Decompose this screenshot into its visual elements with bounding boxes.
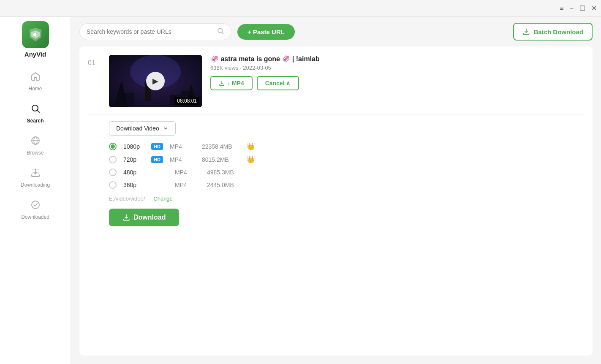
video-info: 🦑 astra meta is gone 🦑 | !aimlab 638K vi… (210, 55, 584, 90)
video-date: 2022-03-05 (243, 65, 271, 71)
premium-icon-1080p: 👑 (247, 142, 255, 150)
sidebar: AnyVid Home Search (0, 17, 71, 364)
hd-badge-720p: HD (151, 156, 163, 163)
home-icon (30, 71, 41, 84)
main-content: + Paste URL Batch Download 01 (71, 17, 601, 364)
download-btn-label: Download (133, 214, 166, 221)
format-1080p: MP4 (170, 143, 195, 150)
radio-480p[interactable] (109, 168, 117, 176)
search-box-icon (217, 27, 224, 36)
close-icon[interactable]: ✕ (591, 4, 597, 12)
radio-1080p[interactable] (109, 143, 117, 150)
duration-badge: 08:08:01 (174, 97, 199, 105)
download-type-label: Download Video (116, 125, 159, 132)
downloading-icon (30, 168, 41, 180)
format-360p: MP4 (175, 182, 200, 188)
minimize-icon[interactable]: − (570, 5, 574, 12)
quality-label-720p: 720p (123, 156, 144, 163)
batch-download-label: Batch Download (533, 28, 583, 35)
mp4-label: ↓ MP4 (227, 80, 244, 87)
quality-row-480p[interactable]: 480p MP4 4985.3MB (109, 168, 584, 176)
quality-row-1080p[interactable]: 1080p HD MP4 22358.4MB 👑 (109, 142, 584, 150)
sidebar-item-browse[interactable]: Browse (0, 130, 71, 161)
size-480p: 4985.3MB (207, 169, 245, 176)
sidebar-item-downloaded[interactable]: Downloaded (0, 195, 71, 225)
browse-icon (30, 136, 41, 148)
quality-row-720p[interactable]: 720p HD MP4 8015.2MB 👑 (109, 155, 584, 163)
app-layout: AnyVid Home Search (0, 17, 601, 364)
search-input[interactable] (87, 28, 213, 35)
header-right: Batch Download (513, 23, 593, 41)
quality-label-480p: 480p (123, 169, 144, 176)
titlebar: ≡ − ☐ ✕ (0, 0, 601, 17)
downloading-label: Downloading (21, 182, 50, 188)
content-area: 01 (79, 46, 593, 356)
video-meta: 638K views · 2022-03-05 (210, 65, 584, 71)
format-720p: MP4 (170, 156, 195, 163)
cancel-label: Cancel ∧ (265, 80, 291, 87)
maximize-icon[interactable]: ☐ (579, 4, 585, 12)
video-row: 01 (88, 55, 584, 114)
downloaded-icon (30, 200, 41, 212)
download-options: Download Video 108 (88, 114, 584, 226)
header-bar: + Paste URL Batch Download (71, 17, 601, 46)
quality-row-360p[interactable]: 360p MP4 2445.0MB (109, 181, 584, 189)
sidebar-item-downloading[interactable]: Downloading (0, 163, 71, 193)
size-360p: 2445.0MB (207, 182, 245, 188)
downloaded-label: Downloaded (21, 214, 49, 220)
search-icon (30, 103, 41, 116)
search-box[interactable] (79, 23, 231, 40)
sidebar-item-search[interactable]: Search (0, 98, 71, 129)
download-button[interactable]: Download (109, 209, 179, 226)
cancel-button[interactable]: Cancel ∧ (257, 76, 299, 90)
download-type-select: Download Video (109, 121, 584, 136)
paste-url-label: + Paste URL (247, 28, 285, 35)
radio-360p[interactable] (109, 181, 117, 189)
home-label: Home (28, 86, 42, 92)
app-name: AnyVid (24, 51, 46, 58)
download-path: E:/video/video/ (109, 196, 145, 202)
video-thumbnail[interactable]: ▶ 08:08:01 (109, 55, 202, 107)
window-controls: ≡ − ☐ ✕ (560, 4, 597, 12)
quality-label-360p: 360p (123, 182, 144, 188)
download-path-row: E:/video/video/ Change (109, 196, 584, 202)
premium-icon-720p: 👑 (247, 155, 255, 163)
svg-point-4 (32, 201, 39, 209)
video-number: 01 (88, 59, 101, 67)
format-480p: MP4 (175, 169, 200, 176)
quality-label-1080p: 1080p (123, 143, 144, 150)
video-title: 🦑 astra meta is gone 🦑 | !aimlab (210, 55, 584, 63)
mp4-button[interactable]: ↓ MP4 (210, 76, 253, 90)
batch-download-button[interactable]: Batch Download (513, 23, 593, 41)
sidebar-item-home[interactable]: Home (0, 66, 71, 97)
play-button[interactable]: ▶ (146, 72, 165, 90)
app-logo-icon (22, 21, 49, 48)
quality-list: 1080p HD MP4 22358.4MB 👑 720p HD MP4 (109, 142, 584, 189)
hd-badge-1080p: HD (151, 143, 163, 150)
video-item: 01 (88, 55, 584, 226)
video-views: 638K views (210, 65, 238, 71)
download-type-dropdown[interactable]: Download Video (109, 121, 176, 136)
menu-icon[interactable]: ≡ (560, 5, 563, 12)
search-label: Search (27, 118, 44, 124)
size-720p: 8015.2MB (202, 156, 240, 163)
size-1080p: 22358.4MB (202, 143, 240, 150)
logo-area: AnyVid (22, 21, 49, 58)
browse-label: Browse (27, 150, 44, 156)
video-actions: ↓ MP4 Cancel ∧ (210, 76, 584, 90)
radio-inner-1080p (111, 144, 115, 149)
radio-720p[interactable] (109, 156, 117, 163)
change-path-link[interactable]: Change (153, 196, 173, 202)
paste-url-button[interactable]: + Paste URL (237, 24, 295, 40)
